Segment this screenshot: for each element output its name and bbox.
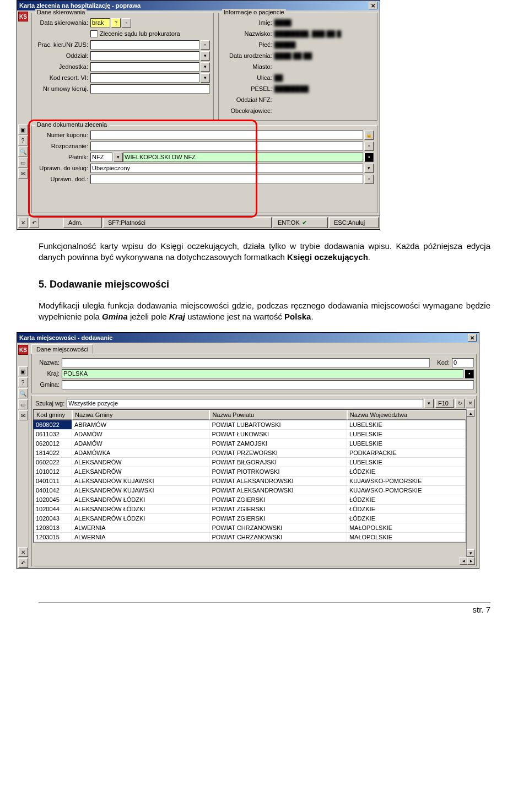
- table-cell: POWIAT CHRZANOWSKI: [209, 533, 347, 542]
- field-kod[interactable]: 0: [452, 358, 474, 367]
- col-kod-gminy[interactable]: Kod gminy: [34, 410, 72, 420]
- dropdown-icon[interactable]: ▾: [201, 51, 210, 61]
- field-nr-umowy[interactable]: [90, 84, 210, 94]
- table-cell: KUJAWSKO-POMORSKIE: [347, 486, 466, 495]
- dropdown-icon[interactable]: ▾: [424, 399, 434, 408]
- field-kraj[interactable]: POLSKA: [62, 369, 463, 378]
- tool-close-button[interactable]: ✕: [18, 547, 28, 557]
- group-document: Dane dokumentu zlecenia Numer kuponu: 🔒 …: [31, 125, 377, 213]
- table-row[interactable]: 0608022ABRAMÓWPOWIAT LUBARTOWSKILUBELSKI…: [34, 420, 466, 430]
- field-uprawn-dod[interactable]: [90, 175, 363, 184]
- table-cell: ŁÓDZKIE: [347, 514, 466, 523]
- scrollbar[interactable]: ▴ ▾: [466, 409, 475, 557]
- value-pesel: ████████: [274, 85, 309, 92]
- table-cell: LUBELSKIE: [347, 430, 466, 439]
- tool-back-button[interactable]: ↶: [18, 558, 28, 568]
- table-row[interactable]: 0620012ADAMÓWPOWIAT ZAMOJSKILUBELSKIE: [34, 439, 466, 448]
- tool-search-button[interactable]: 🔍: [18, 147, 28, 156]
- scroll-up-icon[interactable]: ▴: [467, 409, 474, 417]
- table-row[interactable]: 1203013ALWERNIAPOWIAT CHRZANOWSKIMAŁOPOL…: [34, 523, 466, 533]
- picker-icon[interactable]: ▫: [122, 18, 131, 28]
- lookup-icon[interactable]: ▫: [364, 175, 374, 184]
- tab-dane-miejscowosci[interactable]: Dane miejscowości: [31, 344, 93, 354]
- field-prac-kier[interactable]: [90, 40, 199, 50]
- scroll-left-icon[interactable]: ◂: [460, 557, 467, 565]
- tool-card-button[interactable]: ▭: [18, 158, 28, 167]
- table-cell: LUBELSKIE: [347, 420, 466, 430]
- table-cell: ALEKSANDRÓW KUJAWSKI: [72, 486, 209, 495]
- table-row[interactable]: 1020044ALEKSANDRÓW ŁÓDZKIPOWIAT ZGIERSKI…: [34, 505, 466, 514]
- close-icon[interactable]: ✕: [468, 334, 477, 342]
- tool-card-button[interactable]: ▭: [18, 399, 28, 409]
- tool-close-button[interactable]: ✕: [18, 218, 28, 228]
- tool-mail-button[interactable]: ✉: [18, 169, 28, 178]
- table-cell: LUBELSKIE: [347, 439, 466, 448]
- tool-mail-button[interactable]: ✉: [18, 410, 28, 420]
- lookup-icon[interactable]: ▫: [201, 40, 210, 50]
- adm-button[interactable]: Adm.: [63, 217, 102, 228]
- col-nazwa-powiatu[interactable]: Nazwa Powiatu: [209, 410, 347, 420]
- field-rozpoznanie[interactable]: [90, 142, 363, 151]
- tool-help-button[interactable]: ?: [18, 136, 28, 145]
- clear-icon[interactable]: ✕: [466, 399, 475, 408]
- table-cell: 0401042: [34, 486, 72, 495]
- col-nazwa-gminy[interactable]: Nazwa Gminy: [72, 410, 209, 420]
- heading-section-5: 5. Dodawanie miejscowości: [39, 279, 490, 290]
- field-jednostka[interactable]: [90, 62, 199, 72]
- sf7-button[interactable]: SF7:Płatności: [103, 217, 272, 228]
- table-row[interactable]: 0602022ALEKSANDRÓWPOWIAT BIŁGORAJSKILUBE…: [34, 458, 466, 467]
- lookup-icon[interactable]: ▪: [465, 369, 474, 378]
- field-kod-resort[interactable]: [90, 73, 199, 83]
- dropdown-icon[interactable]: ▾: [364, 164, 374, 173]
- table-row[interactable]: 1203015ALWERNIAPOWIAT CHRZANOWSKIMAŁOPOL…: [34, 533, 466, 542]
- lookup-icon[interactable]: ▫: [364, 142, 374, 151]
- page-footer: str. 7: [39, 602, 490, 614]
- field-platnik-value[interactable]: WIELKOPOLSKI OW NFZ: [123, 153, 363, 162]
- field-platnik-code[interactable]: NFZ: [90, 153, 112, 162]
- table-row[interactable]: 0401042ALEKSANDRÓW KUJAWSKIPOWIAT ALEKSA…: [34, 486, 466, 495]
- table-cell: 0602022: [34, 458, 72, 467]
- table-cell: POWIAT ZGIERSKI: [209, 514, 347, 523]
- cancel-button[interactable]: ESC:Anuluj: [329, 217, 379, 228]
- field-oddzial[interactable]: [90, 51, 199, 61]
- field-nazwa[interactable]: [62, 358, 430, 367]
- field-kupon[interactable]: [90, 131, 363, 140]
- field-gmina[interactable]: [62, 380, 474, 389]
- table-row[interactable]: 1814022ADAMÓWKAPOWIAT PRZEWORSKIPODKARPA…: [34, 448, 466, 458]
- group-referral: Dane skierowania Data skierowania: brak …: [31, 13, 214, 121]
- table-cell: ALEKSANDRÓW: [72, 458, 209, 467]
- tool-button[interactable]: ▣: [18, 124, 28, 134]
- lock-icon[interactable]: 🔒: [364, 131, 374, 140]
- refresh-icon[interactable]: ↻: [455, 399, 465, 408]
- table-cell: POWIAT ZGIERSKI: [209, 495, 347, 505]
- value-plec: █████: [274, 41, 296, 48]
- dialog-hospitalization-order: Karta zlecenia na hospitalizację - popra…: [17, 0, 380, 230]
- close-icon[interactable]: ✕: [369, 2, 377, 9]
- tool-button[interactable]: ▣: [18, 366, 28, 376]
- table-row[interactable]: 0611032ADAMÓWPOWIAT ŁUKOWSKILUBELSKIE: [34, 430, 466, 439]
- tool-back-button[interactable]: ↶: [29, 218, 39, 228]
- table-row[interactable]: 1020043ALEKSANDRÓW ŁÓDZKIPOWIAT ZGIERSKI…: [34, 514, 466, 523]
- table-row[interactable]: 1020045ALEKSANDRÓW ŁÓDZKIPOWIAT ZGIERSKI…: [34, 495, 466, 505]
- help-icon[interactable]: ?: [111, 18, 121, 28]
- scroll-right-icon[interactable]: ▸: [467, 557, 475, 565]
- checkbox-zlecenie-sadu[interactable]: [90, 30, 98, 37]
- dropdown-icon[interactable]: ▾: [201, 73, 210, 83]
- ok-button[interactable]: ENT:OK✔: [273, 217, 328, 228]
- dropdown-icon[interactable]: ▾: [114, 153, 123, 162]
- field-uprawn[interactable]: Ubezpieczony: [90, 164, 363, 173]
- bottom-bar: ✕ ↶ Adm. SF7:Płatności ENT:OK✔ ESC:Anulu…: [17, 215, 380, 229]
- dropdown-icon[interactable]: ▾: [201, 62, 210, 72]
- tool-search-button[interactable]: 🔍: [18, 388, 28, 398]
- lookup-icon[interactable]: ▪: [364, 153, 374, 162]
- table-row[interactable]: 1010012ALEKSANDRÓWPOWIAT PIOTRKOWSKIŁÓDZ…: [34, 467, 466, 477]
- field-data-skierowania[interactable]: brak: [90, 18, 110, 28]
- f10-button[interactable]: F10: [435, 399, 454, 408]
- table-cell: 1020045: [34, 495, 72, 505]
- tool-help-button[interactable]: ?: [18, 377, 28, 387]
- scroll-down-icon[interactable]: ▾: [467, 549, 474, 557]
- table-row[interactable]: 0401011ALEKSANDRÓW KUJAWSKIPOWIAT ALEKSA…: [34, 477, 466, 486]
- label-prac-kier: Prac. kier./Nr ZUS:: [35, 41, 90, 48]
- col-nazwa-wojewodztwa[interactable]: Nazwa Województwa: [347, 410, 466, 420]
- field-szukaj[interactable]: Wszystkie pozycje: [67, 399, 423, 408]
